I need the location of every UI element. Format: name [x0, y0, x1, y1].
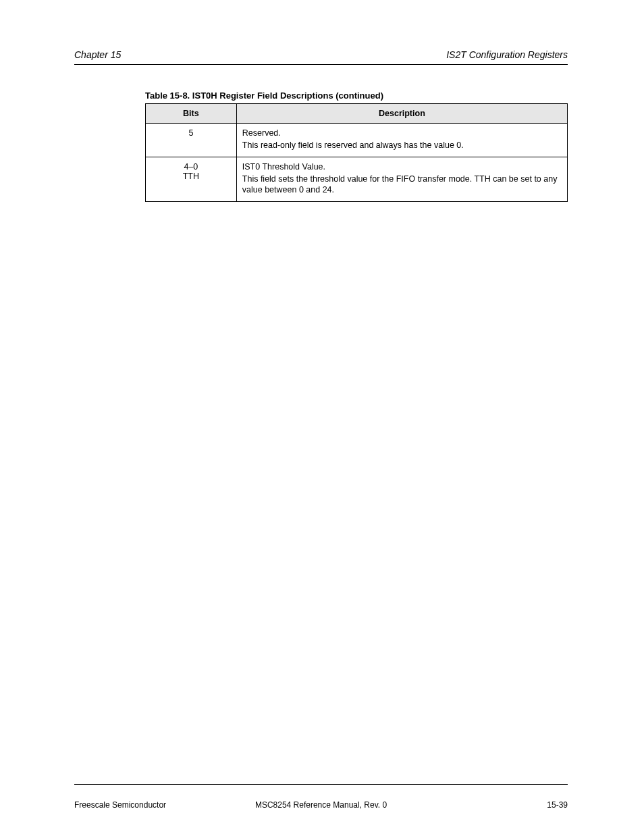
table-header-desc: Description: [236, 104, 567, 124]
page-header: Chapter 15 IS2T Configuration Registers: [74, 49, 568, 64]
footer-rule: [74, 784, 568, 785]
table-cell-bits: 5: [146, 124, 237, 157]
desc-line: IST0 Threshold Value.: [242, 162, 562, 173]
footer-center: MSC8254 Reference Manual, Rev. 0: [74, 800, 568, 810]
desc-line: This field sets the threshold value for …: [242, 174, 562, 195]
footer-right: 15-39: [547, 800, 568, 810]
table-row: 5 Reserved. This read-only field is rese…: [146, 124, 568, 157]
header-left: Chapter 15: [74, 49, 121, 60]
table-header-row: Bits Description: [146, 104, 568, 124]
table-header-bits: Bits: [146, 104, 237, 124]
desc-line: Reserved.: [242, 128, 562, 139]
register-table: Bits Description 5 Reserved. This read-o…: [145, 103, 568, 202]
table-row: 4–0 TTH IST0 Threshold Value. This field…: [146, 157, 568, 202]
table-cell-desc: IST0 Threshold Value. This field sets th…: [236, 157, 567, 202]
table-cell-desc: Reserved. This read-only field is reserv…: [236, 124, 567, 157]
table-cell-bits: 4–0 TTH: [146, 157, 237, 202]
desc-line: This read-only field is reserved and alw…: [242, 140, 562, 151]
header-rule: [74, 64, 568, 65]
table-caption: Table 15-8. IST0H Register Field Descrip…: [145, 90, 568, 101]
header-right: IS2T Configuration Registers: [446, 49, 568, 60]
